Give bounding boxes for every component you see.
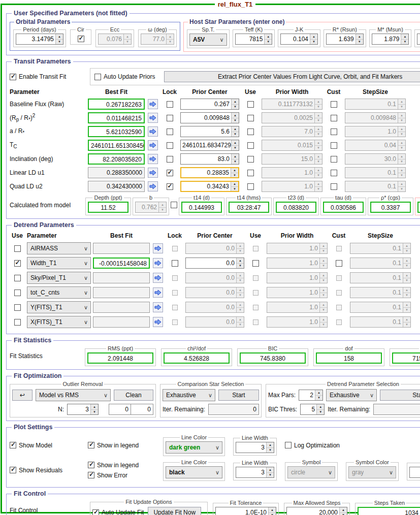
- detrend-param-dropdown[interactable]: AIRMASS: [27, 242, 91, 254]
- comp-star-start-button[interactable]: Start: [218, 390, 259, 401]
- show-residuals[interactable]: Show Residuals: [10, 467, 80, 474]
- host-star-field-input[interactable]: 7815: [235, 34, 273, 45]
- spin-up-icon[interactable]: [56, 34, 63, 40]
- transfer-value-button[interactable]: [148, 113, 158, 123]
- spin-up-icon[interactable]: [231, 182, 238, 187]
- spin-down-icon[interactable]: [267, 448, 274, 453]
- spin-up-icon[interactable]: [317, 404, 324, 410]
- spin-down-icon[interactable]: [401, 40, 408, 45]
- prior-center-input[interactable]: 0.28835: [180, 167, 239, 178]
- spin-up-icon[interactable]: [232, 126, 239, 132]
- detrend-sel-start-button[interactable]: Start: [380, 390, 420, 401]
- detrend-param-dropdown[interactable]: tot_C_cnts: [27, 286, 91, 299]
- transfer-value-button[interactable]: [148, 154, 158, 164]
- prior-center-input[interactable]: 0.0: [185, 258, 244, 269]
- spin-up-icon[interactable]: [232, 99, 239, 105]
- prior-center-input[interactable]: 83.0: [180, 153, 239, 165]
- custom-step-checkbox[interactable]: [331, 156, 337, 163]
- spin-up-icon[interactable]: [232, 140, 239, 146]
- spin-down-icon[interactable]: [267, 473, 274, 478]
- host-star-field-input[interactable]: 0.605: [417, 34, 420, 45]
- transfer-value-button[interactable]: [153, 317, 163, 327]
- undo-icon[interactable]: ↩: [12, 390, 33, 401]
- spin-up-icon[interactable]: [340, 507, 347, 513]
- custom-step-checkbox[interactable]: [331, 183, 337, 190]
- show-error-checkbox[interactable]: [88, 472, 94, 478]
- lock-checkbox[interactable]: [167, 101, 173, 108]
- transfer-value-button[interactable]: [153, 302, 163, 312]
- host-star-field-input[interactable]: 0.104: [280, 34, 318, 45]
- lock-checkbox[interactable]: [167, 156, 173, 163]
- custom-step-checkbox[interactable]: [331, 142, 337, 149]
- show-residuals-checkbox[interactable]: [10, 467, 16, 473]
- use-prior-checkbox[interactable]: [247, 156, 254, 163]
- transfer-value-button[interactable]: [148, 181, 158, 191]
- transfer-value-button[interactable]: [153, 243, 163, 253]
- spin-up-icon[interactable]: [269, 507, 276, 513]
- spin-up-icon[interactable]: [91, 404, 98, 410]
- use-prior-checkbox[interactable]: [247, 142, 254, 149]
- use-detrend-checkbox[interactable]: [14, 245, 21, 252]
- residuals-line-width-input[interactable]: 3: [236, 467, 274, 478]
- use-detrend-checkbox[interactable]: [14, 304, 21, 311]
- spin-down-icon[interactable]: [232, 105, 239, 110]
- fit-tolerance-input[interactable]: 1.0E-10: [215, 507, 276, 515]
- spin-down-icon[interactable]: [340, 513, 347, 515]
- transfer-value-button[interactable]: [148, 99, 158, 109]
- residuals-show-in-legend[interactable]: Show in legend: [88, 462, 155, 469]
- detrend-sel-mode-dropdown[interactable]: Exhaustive: [326, 389, 377, 401]
- use-detrend-checkbox[interactable]: [14, 289, 21, 296]
- enable-transit-fit[interactable]: Enable Transit Fit: [10, 73, 87, 80]
- model-show-in-legend[interactable]: Show in legend: [88, 442, 155, 449]
- update-fit-now-button[interactable]: Update Fit Now: [148, 507, 201, 515]
- spin-up-icon[interactable]: [315, 390, 322, 396]
- detrend-param-dropdown[interactable]: Y(FITS)_T1: [27, 301, 91, 313]
- comp-star-mode-dropdown[interactable]: Exhaustive: [163, 389, 215, 401]
- model-legend-checkbox[interactable]: [88, 442, 94, 448]
- spin-down-icon[interactable]: [231, 187, 238, 191]
- use-prior-checkbox[interactable]: [247, 170, 254, 176]
- spin-down-icon[interactable]: [269, 513, 276, 515]
- spin-down-icon[interactable]: [315, 396, 322, 401]
- spin-down-icon[interactable]: [232, 118, 239, 123]
- lock-checkbox[interactable]: [167, 170, 173, 176]
- spin-down-icon[interactable]: [265, 40, 272, 45]
- transfer-value-button[interactable]: [148, 140, 158, 150]
- custom-step-checkbox[interactable]: [331, 170, 337, 176]
- custom-step-checkbox[interactable]: [331, 128, 337, 135]
- spin-up-icon[interactable]: [310, 34, 317, 40]
- prior-center-input[interactable]: 0.267: [180, 99, 239, 110]
- outlier-mode-dropdown[interactable]: Model vs RMS: [36, 389, 111, 401]
- enable-transit-fit-checkbox[interactable]: [10, 74, 16, 80]
- spin-down-icon[interactable]: [356, 40, 363, 45]
- model-line-color-dropdown[interactable]: dark green: [166, 441, 222, 454]
- spin-down-icon[interactable]: [56, 40, 63, 45]
- prior-center-input[interactable]: 5.6: [180, 126, 239, 137]
- spin-up-icon[interactable]: [401, 34, 408, 40]
- host-star-field-input[interactable]: 1.879: [372, 34, 409, 45]
- lock-checkbox[interactable]: [167, 128, 173, 135]
- spin-up-icon[interactable]: [267, 442, 274, 448]
- period-input[interactable]: 3.14795: [16, 34, 63, 45]
- spin-down-icon[interactable]: [231, 173, 238, 178]
- clean-button[interactable]: Clean: [114, 390, 153, 401]
- residuals-legend-checkbox[interactable]: [88, 462, 94, 468]
- use-prior-checkbox[interactable]: [247, 101, 254, 108]
- auto-update-fit-checkbox[interactable]: [92, 509, 99, 515]
- lock-checkbox[interactable]: [172, 260, 178, 267]
- lock-checkbox[interactable]: [167, 142, 173, 149]
- log-optimization[interactable]: Log Optimization: [285, 442, 340, 449]
- show-model-checkbox[interactable]: [10, 442, 16, 448]
- prior-center-input[interactable]: 0.34243: [180, 181, 239, 192]
- use-prior-checkbox[interactable]: [247, 128, 254, 135]
- host-star-field-input[interactable]: 1.639: [326, 34, 364, 45]
- use-prior-checkbox[interactable]: [247, 183, 254, 190]
- use-detrend-checkbox[interactable]: [14, 260, 21, 267]
- prior-center-input[interactable]: 2461011.6834729: [180, 140, 239, 151]
- prior-center-input[interactable]: 0.009848: [180, 112, 239, 123]
- max-allowed-steps-input[interactable]: 20,000: [286, 507, 347, 515]
- spin-up-icon[interactable]: [267, 467, 274, 473]
- auto-update-priors-checkbox[interactable]: [94, 74, 101, 80]
- model-line-width-input[interactable]: 3: [236, 442, 274, 453]
- use-detrend-checkbox[interactable]: [14, 319, 21, 326]
